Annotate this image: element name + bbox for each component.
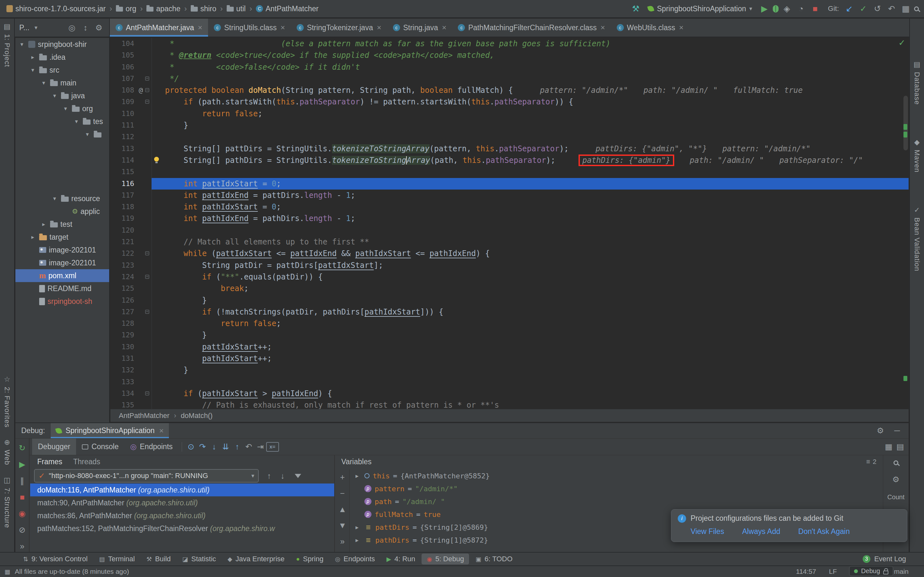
- frame-up-icon[interactable]: ↑: [263, 470, 275, 482]
- tool-button-maven[interactable]: ◆Maven: [913, 138, 921, 172]
- tool-button-database[interactable]: ▤Database: [913, 60, 921, 105]
- evaluate-expression-icon[interactable]: x=: [266, 442, 279, 452]
- code-line-119[interactable]: 119 int pathIdxEnd = pathDirs.length - 1…: [111, 213, 909, 224]
- code-line-135[interactable]: 135 // Path is exhausted, only match if …: [111, 399, 909, 409]
- toolwindow-button-endpoints[interactable]: ◎Endpoints: [330, 554, 380, 564]
- history-icon[interactable]: ↺: [872, 3, 883, 15]
- add-watch-icon[interactable]: +: [337, 471, 348, 483]
- tab-PathMatchingFilterChainResolver.class[interactable]: cPathMatchingFilterChainResolver.class×: [452, 19, 611, 37]
- quick-access-icon[interactable]: ▦: [5, 568, 10, 575]
- tab-StringUtils.class[interactable]: cStringUtils.class×: [208, 19, 291, 37]
- code-line-118[interactable]: 118 int pathIdxStart = 0;: [111, 201, 909, 213]
- code-line-105[interactable]: 105 * @return <code>true</code> if the s…: [111, 50, 909, 61]
- close-icon[interactable]: ×: [159, 426, 164, 435]
- tab-endpoints[interactable]: ◎Endpoints: [124, 438, 178, 455]
- editor-scrollbar[interactable]: [903, 96, 908, 150]
- tool-button-web[interactable]: ⊕Web: [3, 438, 11, 465]
- toolwindow-button-4-run[interactable]: ▶4: Run: [381, 554, 420, 564]
- toolwindow-button-spring[interactable]: ●Spring: [291, 554, 328, 564]
- fold-icon[interactable]: [145, 88, 149, 92]
- toolwindow-button-9-version-control[interactable]: ⇅9: Version Control: [18, 554, 93, 564]
- tree-item-.idea[interactable]: ▸.idea: [15, 51, 109, 64]
- breadcrumb-method[interactable]: doMatch(): [181, 411, 212, 420]
- settings-gear-icon[interactable]: ⚙: [93, 22, 104, 34]
- close-icon[interactable]: ×: [198, 23, 202, 32]
- code-line-106[interactable]: 106 * <code>false</code> if it didn't: [111, 61, 909, 73]
- step-over-icon[interactable]: ↷: [197, 441, 208, 453]
- breadcrumb-item[interactable]: org: [115, 4, 137, 14]
- expander-icon[interactable]: ▶: [353, 473, 361, 479]
- code-line-133[interactable]: 133: [111, 376, 909, 388]
- code-line-131[interactable]: 131 pathIdxStart++;: [111, 353, 909, 364]
- stack-frame[interactable]: doMatch:116, AntPathMatcher (org.apache.…: [30, 484, 334, 496]
- show-execution-point-icon[interactable]: ⊙: [185, 441, 197, 453]
- drop-frame-icon[interactable]: ↶: [243, 441, 255, 453]
- code-line-112[interactable]: 112: [111, 131, 909, 143]
- coverage-icon[interactable]: ◈: [781, 3, 793, 15]
- step-into-icon[interactable]: ↓: [208, 441, 220, 453]
- stack-frame[interactable]: pathMatches:152, PathMatchingFilterChain…: [30, 522, 334, 535]
- update-project-icon[interactable]: ↙: [844, 3, 855, 15]
- tree-item-target[interactable]: ▸target: [15, 230, 109, 243]
- frame-down-icon[interactable]: ↓: [277, 470, 288, 482]
- build-icon[interactable]: ⚒: [630, 3, 641, 15]
- search-everywhere-icon[interactable]: [914, 6, 919, 11]
- code-line-110[interactable]: 110 return false;: [111, 108, 909, 119]
- layout-icon[interactable]: ▦: [900, 3, 911, 15]
- minimize-icon[interactable]: ─: [891, 425, 903, 437]
- fold-icon[interactable]: [145, 251, 149, 255]
- locate-file-icon[interactable]: ◎: [66, 22, 78, 34]
- toolwindow-button-terminal[interactable]: ▤Terminal: [94, 554, 140, 564]
- layout-settings-icon[interactable]: ▤: [895, 441, 906, 453]
- toast-link-don-t-ask-again[interactable]: Don't Ask Again: [798, 527, 850, 536]
- tool-button-2-favorites[interactable]: ☆2: Favorites: [3, 375, 11, 428]
- fold-icon[interactable]: [145, 275, 149, 279]
- project-view-selector[interactable]: P...: [19, 23, 29, 32]
- code-line-107[interactable]: 107 */: [111, 73, 909, 84]
- tab-WebUtils.class[interactable]: cWebUtils.class×: [611, 19, 689, 37]
- inspections-ok-icon[interactable]: ✓: [898, 38, 905, 48]
- status-line-separator[interactable]: LF: [829, 568, 837, 575]
- toolwindow-button-build[interactable]: ⚒Build: [141, 554, 176, 564]
- code-line-134[interactable]: 134 if (pathIdxStart > pathIdxEnd) {: [111, 388, 909, 399]
- more-icon[interactable]: »: [16, 541, 28, 552]
- expander-icon[interactable]: ▶: [353, 524, 361, 530]
- tree-item-src[interactable]: ▾src: [15, 64, 109, 76]
- tool-button-7-structure[interactable]: ◫7: Structure: [3, 476, 11, 528]
- tab-debugger[interactable]: Debugger: [32, 438, 76, 455]
- profiler-icon[interactable]: ◔: [795, 3, 807, 15]
- tree-item-blank[interactable]: [15, 179, 109, 192]
- pause-icon[interactable]: ∥: [16, 475, 28, 487]
- tab-threads[interactable]: Threads: [73, 458, 100, 466]
- code-line-114[interactable]: 114 String[] pathDirs = StringUtils.toke…: [111, 155, 909, 166]
- code-line-117[interactable]: 117 int pattIdxEnd = pattDirs.length - 1…: [111, 190, 909, 201]
- toolwindow-button-5-debug[interactable]: ◉5: Debug: [421, 554, 469, 564]
- tree-item-tes[interactable]: ▾tes: [15, 115, 109, 128]
- code-line-126[interactable]: 126 }: [111, 295, 909, 306]
- tab-StringTokenizer.java[interactable]: cStringTokenizer.java×: [291, 19, 387, 37]
- tab-AntPathMatcher.java[interactable]: cAntPathMatcher.java×: [110, 19, 208, 37]
- code-line-113[interactable]: 113 String[] pattDirs = StringUtils.toke…: [111, 143, 909, 155]
- tree-item-applic[interactable]: ⚙applic: [15, 205, 109, 218]
- code-line-127[interactable]: 127 if (!matchStrings(patDir, pathDirs[p…: [111, 306, 909, 318]
- toolwindow-button-6-todo[interactable]: ▣6: TODO: [470, 554, 517, 564]
- scroll-up-icon[interactable]: ▲: [337, 503, 348, 515]
- stack-frame[interactable]: match:90, AntPathMatcher (org.apache.shi…: [30, 496, 334, 509]
- fold-icon[interactable]: [145, 310, 149, 314]
- layout-icon[interactable]: ≡: [866, 458, 870, 466]
- tool-button-1-project[interactable]: ▤1: Project: [3, 23, 11, 67]
- tree-item-image-202101[interactable]: image-202101: [15, 256, 109, 269]
- resume-icon[interactable]: ▶: [16, 459, 28, 470]
- code-line-120[interactable]: 120: [111, 224, 909, 236]
- remove-watch-icon[interactable]: −: [337, 487, 348, 499]
- tool-button-bean-validation[interactable]: ✓Bean Validation: [913, 206, 921, 271]
- thread-selector[interactable]: ✓ "http-nio-8080-exec-1"...n group "main…: [34, 469, 259, 482]
- run-icon[interactable]: ▶: [758, 3, 770, 15]
- code-line-108[interactable]: 108@protected boolean doMatch(String pat…: [111, 84, 909, 96]
- tab-frames[interactable]: Frames: [37, 458, 62, 466]
- code-editor[interactable]: 104 * (else a pattern match as far as th…: [111, 38, 909, 409]
- stop-icon[interactable]: ■: [809, 3, 821, 15]
- tree-item-blank[interactable]: [15, 153, 109, 166]
- fold-icon[interactable]: [145, 76, 149, 81]
- tree-item-resource[interactable]: ▾resource: [15, 192, 109, 205]
